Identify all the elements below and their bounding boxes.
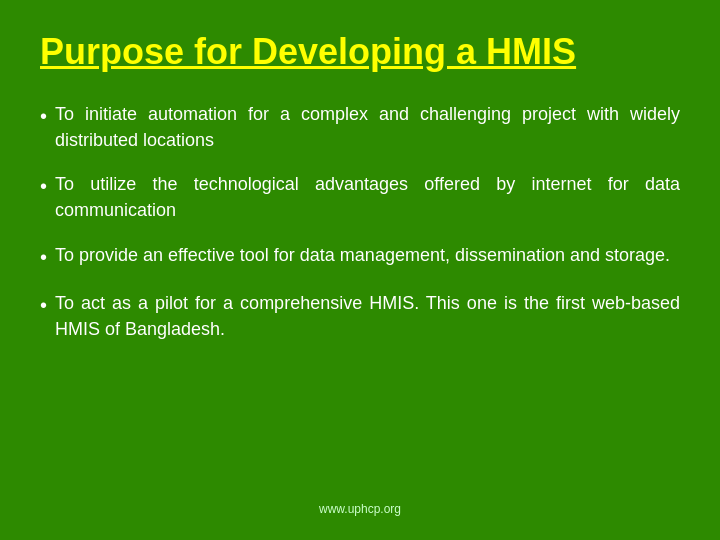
bullet-dot-1: • <box>40 102 47 131</box>
bullet-item-1: • To initiate automation for a complex a… <box>40 101 680 153</box>
bullet-dot-3: • <box>40 243 47 272</box>
bullet-dot-2: • <box>40 172 47 201</box>
bullet-item-2: • To utilize the technological advantage… <box>40 171 680 223</box>
bullet-dot-4: • <box>40 291 47 320</box>
bullet-text-4: To act as a pilot for a comprehensive HM… <box>55 290 680 342</box>
bullet-item-4: • To act as a pilot for a comprehensive … <box>40 290 680 342</box>
footer-url: www.uphcp.org <box>40 502 680 520</box>
bullet-list: • To initiate automation for a complex a… <box>40 101 680 490</box>
bullet-text-3: To provide an effective tool for data ma… <box>55 242 680 268</box>
slide-title: Purpose for Developing a HMIS <box>40 30 680 73</box>
bullet-text-1: To initiate automation for a complex and… <box>55 101 680 153</box>
bullet-text-2: To utilize the technological advantages … <box>55 171 680 223</box>
slide: Purpose for Developing a HMIS • To initi… <box>0 0 720 540</box>
bullet-item-3: • To provide an effective tool for data … <box>40 242 680 272</box>
